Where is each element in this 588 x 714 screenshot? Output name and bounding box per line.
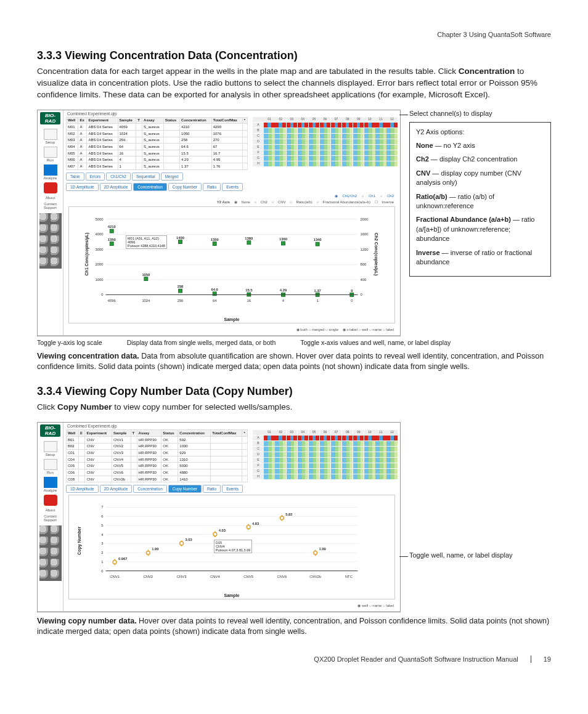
svg-point-83	[180, 542, 184, 545]
droplet-decoration	[39, 525, 62, 581]
svg-rect-41	[247, 240, 251, 244]
filter-errors[interactable]: Errors	[86, 172, 105, 181]
svg-point-79	[146, 551, 150, 555]
section-333-heading: 3.3.3 Viewing Concentration Data (Concen…	[37, 49, 551, 62]
tab-ratio[interactable]: Ratio	[203, 485, 221, 493]
tab-ratio[interactable]: Ratio	[203, 183, 221, 191]
svg-text:256: 256	[178, 299, 184, 302]
tab-events[interactable]: Events	[222, 183, 243, 191]
svg-text:1050: 1050	[142, 272, 150, 276]
svg-rect-31	[179, 240, 182, 243]
y2-axis-label: Ch2 Conc(copies/µL)	[375, 232, 379, 275]
sidebar-item-setup[interactable]: Setup	[38, 129, 63, 144]
sidebar-item-analyze[interactable]: Analyze	[38, 477, 63, 492]
svg-text:0: 0	[360, 293, 362, 296]
chart-footer-options[interactable]: ◉ both ○ merged ○ single ◉ x-label ○ wel…	[66, 326, 398, 333]
filter-ch[interactable]: Ch1/Ch2	[106, 172, 131, 181]
svg-text:3: 3	[101, 542, 103, 546]
tab-concentration[interactable]: Concentration	[133, 485, 166, 493]
svg-point-95	[280, 516, 284, 520]
callout-yscale: Toggle y-axis log scale	[37, 339, 102, 346]
svg-text:1.99: 1.99	[152, 548, 159, 551]
copynumber-chart: Copy Number Sample 01234567CNV10.967CNV2…	[68, 495, 395, 599]
tab-1d-amplitude[interactable]: 1D Amplitude	[66, 183, 99, 191]
svg-text:7: 7	[101, 506, 103, 509]
filter-merged[interactable]: Merged	[161, 172, 183, 181]
analysis-tabs: 1D Amplitude2D AmplitudeConcentrationCop…	[66, 485, 398, 493]
droplet-decoration	[39, 213, 62, 269]
svg-text:CNV2b: CNV2b	[309, 575, 321, 579]
sidebar-item-support[interactable]: Contact Support	[38, 514, 63, 522]
svg-text:5: 5	[101, 524, 103, 527]
footer-divider	[531, 655, 531, 663]
svg-text:CNV1: CNV1	[110, 575, 120, 579]
svg-text:CNV5: CNV5	[243, 575, 253, 579]
svg-text:1600: 1600	[360, 232, 369, 236]
svg-text:1350: 1350	[211, 237, 219, 241]
filter-row: Table Errors Ch1/Ch2 Sequential Merged	[66, 172, 398, 181]
svg-point-75	[113, 561, 116, 564]
svg-text:0: 0	[351, 288, 353, 292]
chart-footer-options[interactable]: ◉ well ○ name ○ label	[66, 602, 398, 609]
svg-text:4: 4	[101, 533, 104, 537]
filter-table[interactable]: Table	[66, 172, 84, 181]
channel-radios[interactable]: ◉ Ch1/Ch2 ○ Ch1 ○ Ch2	[66, 192, 398, 199]
svg-rect-36	[213, 241, 216, 245]
svg-text:CNV4: CNV4	[210, 575, 220, 579]
results-table[interactable]: WellExExperimentSampleTAssayStatusConcen…	[66, 117, 248, 170]
tab-concentration[interactable]: Concentration	[133, 183, 166, 191]
svg-text:CNV6: CNV6	[277, 575, 287, 579]
sidebar-item-setup[interactable]: Setup	[38, 441, 63, 456]
sidebar-item-about[interactable]: About	[38, 508, 63, 512]
concentration-chart: Ch1 Conc(copies/µL) Ch2 Conc(copies/µL) …	[68, 206, 395, 323]
tab-1d-amplitude[interactable]: 1D Amplitude	[66, 485, 99, 493]
sidebar-item-power[interactable]	[38, 495, 63, 506]
svg-text:4096: 4096	[108, 299, 116, 302]
svg-text:16: 16	[247, 299, 251, 302]
annot-select-channels: Select channel(s) to display	[409, 110, 551, 117]
svg-text:1350: 1350	[108, 237, 116, 241]
tab-2d-amplitude[interactable]: 2D Amplitude	[100, 183, 133, 191]
y2-axis-options[interactable]: Y2 Axis ◉ None ○ Ch2 ○ CNV ○ Ratio(a/b) …	[66, 199, 398, 205]
screenshot-copynumber: BIO-RAD Setup Run Analyze About Contact …	[37, 422, 401, 612]
biorad-logo: BIO-RAD	[40, 424, 60, 437]
svg-text:3000: 3000	[96, 247, 104, 251]
annot-y2-box: Y2 Axis options:None — no Y2 axisCh2 — d…	[409, 122, 551, 277]
svg-text:0: 0	[351, 299, 353, 302]
bold-concentration: Concentration	[459, 67, 515, 76]
analysis-tabs: 1D Amplitude2D AmplitudeConcentrationCop…	[66, 183, 398, 191]
annot-toggle-label: Toggle well, name, or label display	[409, 551, 551, 559]
footer-manual: QX200 Droplet Reader and QuantaSoft Soft…	[314, 655, 518, 663]
plate-map[interactable]: 010203040506070809101112ABCDEFGH	[253, 429, 398, 482]
tab-copy-number[interactable]: Copy Number	[168, 183, 202, 191]
svg-text:1200: 1200	[360, 247, 369, 251]
y-axis-label: Copy Number	[77, 527, 81, 555]
sidebar-item-power[interactable]	[38, 182, 63, 193]
para-text: Concentration data for each target appea…	[37, 67, 459, 76]
y-axis-label: Ch1 Conc(copies/µL)	[84, 232, 89, 275]
sidebar-item-about[interactable]: About	[38, 196, 63, 200]
svg-text:3.03: 3.03	[185, 538, 192, 542]
svg-text:6: 6	[101, 514, 103, 518]
tab-2d-amplitude[interactable]: 2D Amplitude	[100, 485, 133, 493]
svg-text:1: 1	[101, 560, 103, 564]
tab-events[interactable]: Events	[222, 485, 243, 493]
svg-text:0: 0	[101, 569, 104, 573]
filter-seq[interactable]: Sequential	[132, 172, 160, 181]
results-table[interactable]: WellEExperimentSampleTAssayStatusConcent…	[66, 429, 248, 482]
chart-tooltip: D15CNV4Poisson 4.07,3.81,3.69	[214, 540, 252, 553]
sidebar-item-run[interactable]: Run	[38, 147, 63, 162]
svg-text:4: 4	[282, 299, 285, 302]
svg-rect-29	[179, 289, 182, 293]
sidebar-item-analyze[interactable]: Analyze	[38, 164, 63, 180]
svg-rect-19	[110, 229, 113, 233]
svg-text:4.29: 4.29	[280, 288, 287, 292]
screenshot-concentration: BIO-RAD Setup Run Analyze About Contact …	[37, 110, 401, 336]
svg-text:258: 258	[178, 285, 184, 288]
svg-text:1.37: 1.37	[314, 288, 321, 292]
callout-xlabel: Toggle x-axis values and well, name, or …	[300, 339, 451, 346]
sidebar-item-support[interactable]: Contact Support	[38, 202, 63, 209]
sidebar-item-run[interactable]: Run	[38, 459, 63, 474]
tab-copy-number[interactable]: Copy Number	[168, 485, 202, 493]
plate-map[interactable]: 010203040506070809101112ABCDEFGH	[253, 117, 398, 170]
